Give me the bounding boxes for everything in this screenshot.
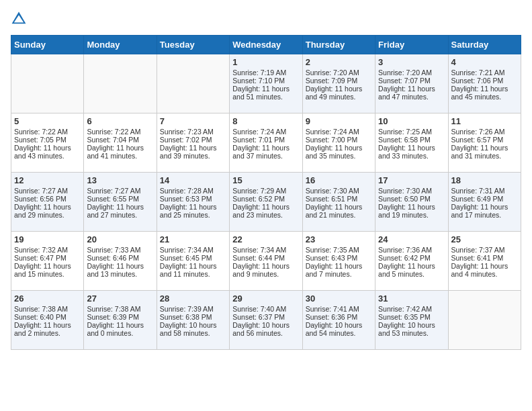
calendar-cell: 6Sunrise: 7:22 AMSunset: 7:04 PMDaylight… (84, 113, 157, 173)
cell-content-line: Daylight: 11 hours (306, 85, 372, 93)
cell-content-line: and 56 minutes. (232, 329, 299, 337)
cell-content-line: Sunrise: 7:33 AM (87, 246, 153, 254)
cell-content-line: and 31 minutes. (451, 152, 518, 160)
cell-content-line: Daylight: 10 hours (232, 321, 299, 329)
cell-content-line: Sunrise: 7:30 AM (306, 187, 372, 195)
cell-content-line: and 35 minutes. (306, 152, 372, 160)
calendar-cell (157, 54, 229, 113)
cell-content-line: Sunset: 6:55 PM (87, 195, 153, 203)
calendar-cell: 3Sunrise: 7:20 AMSunset: 7:07 PMDaylight… (375, 54, 448, 113)
cell-content-line: Sunset: 7:00 PM (306, 136, 372, 144)
cell-content-line: Sunrise: 7:23 AM (160, 128, 226, 136)
calendar-cell: 4Sunrise: 7:21 AMSunset: 7:06 PMDaylight… (448, 54, 521, 113)
calendar-cell: 5Sunrise: 7:22 AMSunset: 7:05 PMDaylight… (11, 113, 84, 173)
calendar-cell: 27Sunrise: 7:38 AMSunset: 6:39 PMDayligh… (84, 291, 157, 350)
cell-content-line: Sunrise: 7:22 AM (87, 128, 153, 136)
day-of-week-monday: Monday (84, 36, 157, 54)
cell-content-line: Sunrise: 7:20 AM (306, 68, 372, 77)
cell-content-line: Sunset: 7:09 PM (306, 77, 372, 85)
cell-content-line: and 58 minutes. (160, 329, 226, 337)
calendar-cell: 22Sunrise: 7:34 AMSunset: 6:44 PMDayligh… (230, 232, 302, 291)
cell-content-line: Sunrise: 7:22 AM (14, 128, 81, 136)
cell-content-line: and 11 minutes. (160, 270, 226, 278)
cell-content-line: Daylight: 11 hours (306, 144, 372, 152)
calendar-cell: 16Sunrise: 7:30 AMSunset: 6:51 PMDayligh… (302, 173, 375, 232)
cell-content-line: Daylight: 11 hours (451, 203, 518, 211)
cell-content-line: Daylight: 11 hours (378, 203, 445, 211)
day-number: 18 (451, 175, 518, 185)
cell-content-line: Sunset: 6:46 PM (87, 254, 153, 262)
calendar-table: SundayMondayTuesdayWednesdayThursdayFrid… (11, 35, 521, 350)
cell-content-line: Sunset: 7:04 PM (87, 136, 153, 144)
calendar-cell: 24Sunrise: 7:36 AMSunset: 6:42 PMDayligh… (375, 232, 448, 291)
day-number: 1 (232, 57, 299, 67)
logo (11, 11, 30, 27)
cell-content-line: Sunset: 7:05 PM (14, 136, 81, 144)
cell-content-line: Daylight: 11 hours (451, 144, 518, 152)
cell-content-line: Sunset: 7:07 PM (378, 77, 445, 85)
cell-content-line: and 17 minutes. (451, 211, 518, 219)
cell-content-line: Sunset: 6:56 PM (14, 195, 81, 203)
day-number: 11 (451, 116, 518, 126)
calendar-cell (448, 291, 521, 350)
cell-content-line: Daylight: 11 hours (87, 321, 153, 329)
cell-content-line: and 53 minutes. (378, 329, 445, 337)
calendar-cell: 11Sunrise: 7:26 AMSunset: 6:57 PMDayligh… (448, 113, 521, 173)
cell-content-line: Sunrise: 7:38 AM (14, 305, 81, 313)
day-number: 5 (14, 116, 81, 126)
day-number: 17 (378, 175, 445, 185)
cell-content-line: Sunset: 6:44 PM (232, 254, 299, 262)
cell-content-line: and 29 minutes. (14, 211, 81, 219)
day-number: 8 (232, 116, 299, 126)
cell-content-line: Sunrise: 7:19 AM (232, 68, 299, 77)
calendar-cell: 10Sunrise: 7:25 AMSunset: 6:58 PMDayligh… (375, 113, 448, 173)
cell-content-line: Sunrise: 7:24 AM (306, 128, 372, 136)
calendar-week-row: 5Sunrise: 7:22 AMSunset: 7:05 PMDaylight… (11, 113, 521, 173)
cell-content-line: Sunrise: 7:31 AM (451, 187, 518, 195)
cell-content-line: and 19 minutes. (378, 211, 445, 219)
cell-content-line: Daylight: 11 hours (87, 262, 153, 270)
cell-content-line: Daylight: 11 hours (14, 262, 81, 270)
cell-content-line: Sunrise: 7:20 AM (378, 68, 445, 77)
day-number: 30 (306, 293, 372, 304)
cell-content-line: Sunset: 7:06 PM (451, 77, 518, 85)
cell-content-line: and 4 minutes. (451, 270, 518, 278)
day-number: 15 (232, 175, 299, 185)
cell-content-line: Sunset: 6:50 PM (378, 195, 445, 203)
cell-content-line: Daylight: 11 hours (14, 321, 81, 329)
calendar-cell: 19Sunrise: 7:32 AMSunset: 6:47 PMDayligh… (11, 232, 84, 291)
cell-content-line: Daylight: 11 hours (451, 85, 518, 93)
cell-content-line: Sunset: 6:52 PM (232, 195, 299, 203)
cell-content-line: Daylight: 11 hours (232, 203, 299, 211)
cell-content-line: Sunset: 6:41 PM (451, 254, 518, 262)
cell-content-line: Daylight: 11 hours (232, 144, 299, 152)
cell-content-line: and 49 minutes. (306, 93, 372, 101)
cell-content-line: and 13 minutes. (87, 270, 153, 278)
cell-content-line: Sunset: 6:37 PM (232, 313, 299, 321)
cell-content-line: Sunset: 6:58 PM (378, 136, 445, 144)
cell-content-line: and 47 minutes. (378, 93, 445, 101)
cell-content-line: and 25 minutes. (160, 211, 226, 219)
day-number: 25 (451, 234, 518, 244)
cell-content-line: Sunset: 7:10 PM (232, 77, 299, 85)
day-of-week-sunday: Sunday (11, 36, 84, 54)
calendar-week-row: 1Sunrise: 7:19 AMSunset: 7:10 PMDaylight… (11, 54, 521, 113)
day-number: 26 (14, 293, 81, 304)
calendar-cell (84, 54, 157, 113)
calendar-cell: 26Sunrise: 7:38 AMSunset: 6:40 PMDayligh… (11, 291, 84, 350)
day-number: 9 (306, 116, 372, 126)
cell-content-line: and 43 minutes. (14, 152, 81, 160)
day-number: 3 (378, 57, 445, 67)
calendar-cell: 29Sunrise: 7:40 AMSunset: 6:37 PMDayligh… (230, 291, 302, 350)
cell-content-line: Sunset: 6:35 PM (378, 313, 445, 321)
logo-icon (11, 11, 27, 27)
calendar-cell: 8Sunrise: 7:24 AMSunset: 7:01 PMDaylight… (230, 113, 302, 173)
cell-content-line: Sunrise: 7:29 AM (232, 187, 299, 195)
cell-content-line: Daylight: 10 hours (306, 321, 372, 329)
calendar-cell: 28Sunrise: 7:39 AMSunset: 6:38 PMDayligh… (157, 291, 229, 350)
cell-content-line: Sunset: 6:38 PM (160, 313, 226, 321)
cell-content-line: and 9 minutes. (232, 270, 299, 278)
cell-content-line: and 27 minutes. (87, 211, 153, 219)
cell-content-line: and 51 minutes. (232, 93, 299, 101)
page-header (11, 11, 521, 27)
